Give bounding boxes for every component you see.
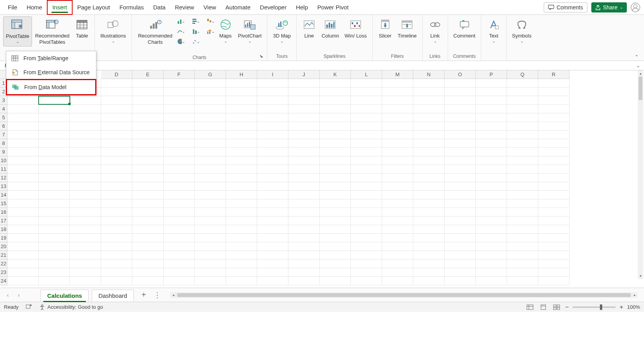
cell[interactable] — [288, 234, 320, 242]
cell[interactable] — [320, 234, 351, 242]
cell[interactable] — [101, 165, 132, 174]
cell[interactable] — [101, 234, 132, 242]
cell[interactable] — [507, 277, 538, 285]
cell[interactable] — [257, 96, 288, 105]
cell[interactable] — [476, 208, 507, 217]
illustrations-button[interactable]: Illustrations ⌄ — [98, 16, 128, 46]
cell[interactable] — [7, 156, 39, 165]
cell[interactable] — [351, 122, 382, 131]
scroll-up-button[interactable]: ▴ — [638, 70, 643, 77]
cell[interactable] — [101, 88, 132, 96]
row-header[interactable]: 9 — [0, 148, 7, 156]
cell[interactable] — [132, 105, 164, 113]
cell[interactable] — [413, 165, 445, 174]
cell[interactable] — [320, 217, 351, 225]
cell[interactable] — [476, 113, 507, 122]
cell[interactable] — [101, 208, 132, 217]
cell[interactable] — [288, 182, 320, 191]
horizontal-scrollbar[interactable]: ◂ ▸ — [170, 292, 638, 298]
cell[interactable] — [538, 174, 569, 182]
cell[interactable] — [257, 122, 288, 131]
cell[interactable] — [507, 242, 538, 251]
cell[interactable] — [226, 131, 257, 139]
cell[interactable] — [382, 148, 413, 156]
cell[interactable] — [507, 139, 538, 148]
cell[interactable] — [39, 217, 70, 225]
charts-dialog-launcher[interactable]: ⬊ — [260, 54, 263, 59]
cell[interactable] — [164, 251, 195, 260]
cell[interactable] — [7, 199, 39, 208]
cell[interactable] — [351, 242, 382, 251]
cell[interactable] — [320, 156, 351, 165]
cell[interactable] — [226, 199, 257, 208]
3d-map-button[interactable]: 3D Map ⌄ — [270, 16, 293, 46]
tab-developer[interactable]: Developer — [255, 0, 291, 15]
cell[interactable] — [413, 113, 445, 122]
cell[interactable] — [164, 96, 195, 105]
cell[interactable] — [507, 268, 538, 277]
cell[interactable] — [538, 156, 569, 165]
cell[interactable] — [164, 131, 195, 139]
cell[interactable] — [445, 191, 476, 199]
cell[interactable] — [476, 191, 507, 199]
vertical-scrollbar[interactable]: ▴ ▾ — [638, 70, 643, 279]
cell[interactable] — [7, 105, 39, 113]
cell[interactable] — [7, 242, 39, 251]
row-header[interactable]: 12 — [0, 174, 7, 182]
cell[interactable] — [507, 208, 538, 217]
cell[interactable] — [101, 131, 132, 139]
cell[interactable] — [445, 199, 476, 208]
cell[interactable] — [288, 113, 320, 122]
cell[interactable] — [257, 191, 288, 199]
page-break-view-button[interactable] — [552, 303, 561, 311]
cell[interactable] — [257, 225, 288, 234]
column-header[interactable]: I — [257, 70, 288, 79]
cell[interactable] — [413, 79, 445, 88]
cell[interactable] — [288, 260, 320, 268]
cell[interactable] — [351, 79, 382, 88]
cell[interactable] — [507, 122, 538, 131]
area-chart-button[interactable]: ⌄ — [192, 27, 200, 35]
cell[interactable] — [257, 156, 288, 165]
table-button[interactable]: Table — [73, 16, 91, 41]
formula-bar-expand[interactable]: ⌄ — [636, 63, 640, 68]
cell[interactable] — [226, 268, 257, 277]
cell[interactable] — [351, 225, 382, 234]
cell[interactable] — [7, 131, 39, 139]
cell[interactable] — [70, 268, 101, 277]
cell[interactable] — [39, 165, 70, 174]
cell[interactable] — [257, 251, 288, 260]
cell[interactable] — [382, 122, 413, 131]
cell[interactable] — [257, 139, 288, 148]
cell[interactable] — [39, 251, 70, 260]
cell[interactable] — [101, 148, 132, 156]
cell[interactable] — [476, 148, 507, 156]
cell[interactable] — [7, 260, 39, 268]
cell[interactable] — [320, 225, 351, 234]
cell[interactable] — [507, 165, 538, 174]
cell[interactable] — [226, 234, 257, 242]
cell[interactable] — [320, 277, 351, 285]
cell[interactable] — [476, 217, 507, 225]
cell[interactable] — [445, 251, 476, 260]
row-header[interactable]: 24 — [0, 277, 7, 285]
cell[interactable] — [70, 251, 101, 260]
cell[interactable] — [288, 208, 320, 217]
cell[interactable] — [257, 113, 288, 122]
user-avatar-icon[interactable] — [631, 3, 640, 12]
cell[interactable] — [507, 251, 538, 260]
page-layout-view-button[interactable] — [539, 303, 548, 311]
row-header[interactable]: 21 — [0, 251, 7, 260]
cell[interactable] — [382, 139, 413, 148]
cell[interactable] — [288, 199, 320, 208]
cell[interactable] — [101, 268, 132, 277]
cell[interactable] — [70, 165, 101, 174]
cell[interactable] — [70, 191, 101, 199]
cell[interactable] — [39, 268, 70, 277]
row-header[interactable]: 18 — [0, 225, 7, 234]
row-header[interactable]: 22 — [0, 260, 7, 268]
waterfall-chart-button[interactable]: ⌄ — [207, 17, 215, 25]
zoom-slider-handle[interactable] — [600, 304, 602, 310]
scroll-thumb[interactable] — [639, 77, 642, 100]
cell[interactable] — [382, 234, 413, 242]
